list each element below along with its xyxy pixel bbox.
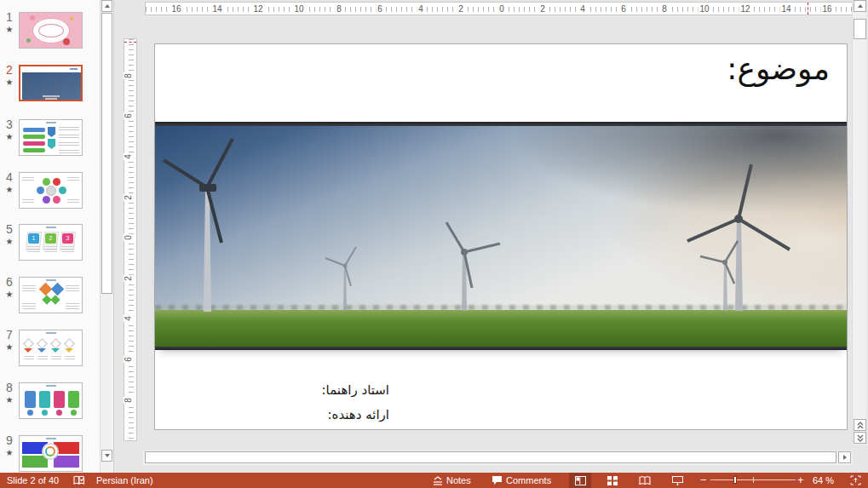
slide-thumbnail-panel: 1 ★ 2 ★ [0,0,114,473]
slide-show-icon [672,476,683,485]
slide-8-preview[interactable] [19,382,83,419]
horizontal-ruler: 16 14 12 10 8 6 4 2 0 2 4 6 8 10 12 14 1… [145,2,853,15]
animation-star-icon: ★ [3,132,15,141]
ruler-label: 16 [170,3,182,14]
animation-star-icon: ★ [3,237,15,246]
ruler-indent-marker [124,42,136,43]
slide-4-preview[interactable] [19,172,83,209]
slide-title-text[interactable]: موضوع: [727,51,830,86]
ruler-label: 4 [124,315,134,322]
animation-star-icon: ★ [3,185,15,194]
ruler-label: 14 [210,3,223,14]
ruler-indent-marker [808,3,808,14]
slide-5-preview[interactable]: 1 2 3 [19,224,83,261]
comments-icon [491,475,503,485]
animation-star-icon: ★ [3,395,15,405]
thumbnail-scroll-down-button[interactable] [101,450,112,462]
image-top-border [155,122,847,126]
presenter-text[interactable]: ارائه دهنده: [328,407,389,422]
zoom-slider-thumb[interactable] [733,476,737,484]
ruler-label: 4 [124,153,134,160]
slide-9-preview[interactable] [19,435,83,472]
notes-icon [433,476,443,485]
animation-star-icon: ★ [3,448,15,457]
ruler-label: 16 [820,3,833,14]
zoom-slider-detent [753,477,754,483]
previous-slide-button[interactable] [854,419,866,431]
ruler-label: 12 [251,3,264,14]
horizontal-scrollbar-thumb[interactable] [145,451,836,463]
ruler-label: 8 [124,72,134,79]
ruler-label: 2 [538,3,547,14]
horizontal-scrollbar[interactable] [143,451,853,465]
comments-button[interactable]: Comments [491,473,551,488]
animation-star-icon: ★ [3,342,15,352]
ruler-label: 10 [292,3,305,14]
ruler-label: 0 [124,234,134,241]
vertical-scrollbar-thumb[interactable] [854,19,866,39]
slide-7-preview[interactable] [19,330,83,366]
notes-button[interactable]: Notes [433,473,471,488]
ruler-label: 6 [124,112,134,119]
slide-number: 5 [3,222,15,236]
ruler-label: 8 [124,397,134,404]
vertical-ruler: 8 6 4 2 0 2 4 6 8 [124,38,137,441]
slide-number: 2 [3,63,15,77]
slide-number: 1 [3,10,15,24]
ruler-label: 0 [497,3,506,14]
slide-number: 9 [3,433,15,447]
next-slide-button[interactable] [854,432,866,444]
fit-slide-to-window-button[interactable] [845,473,865,488]
slide-number: 7 [3,328,15,342]
slide-2-preview[interactable] [19,65,83,101]
scroll-up-button[interactable] [854,0,866,12]
ruler-label: 2 [457,3,465,14]
animation-star-icon: ★ [3,78,15,87]
ruler-label: 4 [417,3,425,14]
slide-number: 4 [3,170,15,184]
thumbnail-scroll-up-button[interactable] [101,0,112,12]
ruler-label: 2 [124,275,134,282]
normal-view-icon [575,476,586,485]
thumbnail-scrollbar-thumb[interactable] [101,13,112,294]
vertical-scrollbar[interactable] [852,0,866,445]
reading-view-icon [639,476,651,485]
image-bottom-border [155,347,847,350]
ruler-label: 8 [335,3,343,14]
scroll-right-button[interactable] [838,451,851,463]
language-indicator[interactable]: Persian (Iran) [96,473,153,488]
slide-show-button[interactable] [666,473,688,488]
slide-number: 6 [3,275,15,289]
powerpoint-window: 1 ★ 2 ★ [0,0,868,488]
ruler-label: 14 [779,3,792,14]
thumbnail-panel-scrollbar[interactable] [100,0,112,473]
slide-sorter-icon [607,476,618,485]
spell-check-icon[interactable] [73,473,85,488]
zoom-percentage[interactable]: 64 % [813,473,834,488]
ruler-label: 6 [619,3,628,14]
ruler-label: 4 [578,3,587,14]
animation-star-icon: ★ [3,290,15,299]
ruler-label: 10 [698,3,710,14]
zoom-in-button[interactable]: + [797,473,804,488]
ruler-label: 12 [739,3,751,14]
advisor-text[interactable]: استاد راهنما: [322,382,389,398]
wind-turbine-graphics [155,122,847,350]
wind-turbines-image[interactable] [155,122,847,350]
fit-to-window-icon [850,475,861,485]
slide-1-preview[interactable] [19,12,83,49]
status-bar: Slide 2 of 40 Persian (Iran) Notes Comme… [0,473,868,488]
slide-indicator[interactable]: Slide 2 of 40 [7,473,59,488]
normal-view-button[interactable] [569,473,591,488]
slide-sorter-view-button[interactable] [601,473,624,488]
reading-view-button[interactable] [634,473,656,488]
slide-canvas[interactable]: موضوع: [154,43,848,430]
slide-3-preview[interactable] [19,119,83,156]
ruler-label: 6 [376,3,384,14]
slide-6-preview[interactable] [19,277,83,313]
ruler-label: 6 [124,356,134,363]
zoom-out-button[interactable]: − [700,473,707,488]
slide-number: 8 [3,381,15,394]
slide-number: 3 [3,118,15,131]
ruler-label: 2 [124,194,134,201]
